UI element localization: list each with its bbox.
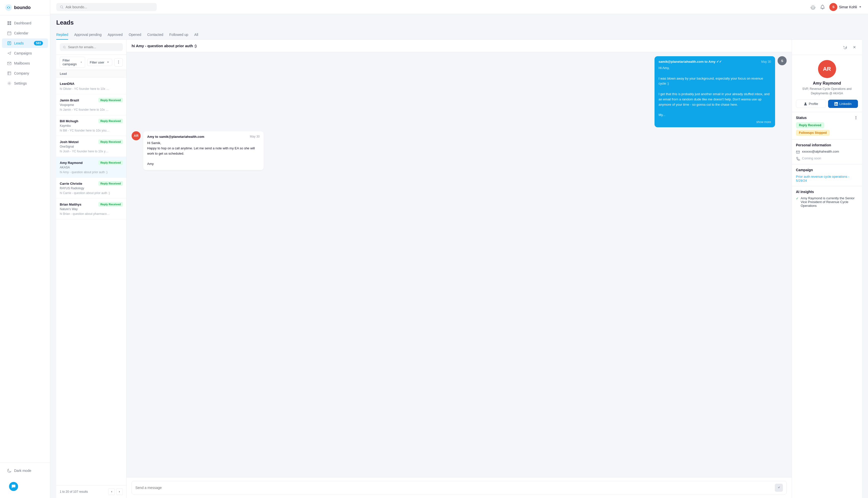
filter-user-select[interactable]: Filter user — [87, 59, 113, 66]
refresh-button[interactable] — [841, 44, 848, 51]
tab-all[interactable]: All — [194, 30, 198, 40]
campaigns-icon — [7, 51, 12, 55]
dark-mode-icon — [7, 468, 12, 473]
tab-followed-up[interactable]: Followed up — [169, 30, 189, 40]
svg-point-30 — [856, 117, 856, 118]
sidebar-item-dashboard[interactable]: Dashboard — [2, 18, 48, 28]
message-body: Hi Samik, Happy to hop on a call anytime… — [147, 141, 260, 167]
status-badges: Reply Received Followups Stopped — [796, 122, 858, 136]
close-profile-button[interactable] — [851, 44, 858, 51]
compose-message-input[interactable] — [135, 486, 772, 490]
list-item[interactable]: Jamin Brazil Reply Received Voxpopme hi … — [56, 94, 126, 115]
more-dots-icon — [117, 60, 120, 64]
global-search-input[interactable] — [66, 5, 153, 9]
ai-insights-title: AI insights — [796, 190, 814, 194]
show-more-button[interactable]: show more — [659, 120, 771, 124]
leads-list: LeanDNA Reply Received hi Olivier - YC f… — [56, 78, 126, 485]
sidebar: boundo Dashboard Calendar Leads 583 Camp… — [0, 0, 50, 498]
more-options-button[interactable] — [114, 58, 123, 66]
filter-campaign-select[interactable]: Filter campaign — [60, 57, 85, 68]
compose-input-wrapper[interactable] — [132, 481, 787, 495]
lead-name: Josh Wetzel — [60, 140, 79, 144]
campaign-link[interactable]: Prior auth revenue cycle operations - 5/… — [796, 175, 849, 183]
prev-page-button[interactable] — [108, 488, 115, 495]
message-bubble: Amy to samik@planetariahealth.com May 30… — [143, 131, 264, 170]
profile-avatar: AR — [818, 60, 836, 78]
status-more-icon[interactable] — [854, 116, 858, 120]
next-page-button[interactable] — [116, 488, 123, 495]
check-icon: ✓ — [796, 197, 799, 200]
message-date: May 30 — [250, 135, 260, 138]
search-bar[interactable] — [56, 3, 157, 11]
profile-name: Amy Raymond — [796, 81, 858, 86]
personal-info: xxxxxx@alphahealth.com Coming soon — [796, 149, 858, 161]
svg-rect-3 — [10, 21, 11, 23]
send-button[interactable] — [775, 484, 783, 492]
status-badge-reply: Reply Received — [796, 122, 824, 128]
chevron-left-icon — [110, 490, 113, 493]
tab-approval-pending[interactable]: Approval pending — [74, 30, 102, 40]
user-menu[interactable]: S Simar Kohli — [829, 3, 862, 11]
sidebar-item-calendar-label: Calendar — [14, 31, 28, 35]
list-item[interactable]: LeanDNA Reply Received hi Olivier - YC f… — [56, 78, 126, 94]
leads-panel: Filter campaign Filter user Le — [56, 40, 127, 498]
sidebar-item-campaigns[interactable]: Campaigns — [2, 49, 48, 58]
ai-insights: ✓ Amy Raymond is currently the Senior Vi… — [796, 196, 858, 208]
profile-button[interactable]: Profile — [796, 100, 826, 108]
svg-point-29 — [856, 116, 856, 117]
status-section: Status Reply Received Followups Stopped — [792, 112, 862, 139]
notifications-bell-icon[interactable] — [820, 4, 825, 10]
personal-info-section: Personal information xxxxxx@alphahealth.… — [792, 139, 862, 164]
leads-icon — [7, 41, 12, 45]
settings-icon — [7, 81, 12, 86]
ai-insights-header: AI insights — [796, 190, 858, 194]
sidebar-item-dark-mode-label: Dark mode — [14, 469, 31, 473]
chevron-right-icon — [118, 490, 121, 493]
sidebar-item-leads[interactable]: Leads 583 — [2, 38, 48, 48]
leads-search-icon — [63, 45, 66, 49]
leads-search-wrapper[interactable] — [60, 43, 123, 51]
svg-point-18 — [60, 5, 63, 8]
svg-point-23 — [118, 61, 119, 61]
phone-row: Coming soon — [796, 156, 858, 161]
list-item[interactable]: Brian Matthys Reply Received Nature's Wa… — [56, 198, 126, 219]
leads-search-input[interactable] — [68, 45, 120, 49]
topbar-actions: S Simar Kohli — [810, 3, 862, 11]
tab-contacted[interactable]: Contacted — [147, 30, 163, 40]
tab-replied[interactable]: Replied — [56, 30, 68, 40]
message-date: May 30 — [761, 60, 771, 64]
sidebar-item-mailboxes[interactable]: Mailboxes — [2, 58, 48, 68]
sidebar-item-dark-mode[interactable]: Dark mode — [2, 466, 48, 475]
logo: boundo — [0, 0, 50, 15]
lead-status-badge: Reply Received — [99, 181, 123, 186]
svg-point-17 — [9, 82, 10, 84]
sidebar-item-company-label: Company — [14, 71, 29, 75]
tab-approved[interactable]: Approved — [107, 30, 122, 40]
lead-name: Brian Matthys — [60, 202, 81, 206]
tab-opened[interactable]: Opened — [129, 30, 141, 40]
list-item[interactable]: Josh Wetzel Reply Received OneSignal hi … — [56, 136, 126, 157]
sidebar-item-leads-label: Leads — [14, 41, 24, 45]
chat-bubble-button[interactable] — [9, 482, 18, 491]
personal-info-header: Personal information — [796, 143, 858, 147]
svg-point-1 — [8, 7, 9, 8]
list-item[interactable]: Bill Mchugh Reply Received Kaymbu hi Bil… — [56, 115, 126, 136]
close-icon — [852, 45, 856, 49]
status-section-title: Status — [796, 116, 807, 120]
list-item[interactable]: Amy Raymond Reply Received AKASA hi Amy … — [56, 157, 126, 178]
lead-status-badge: Reply Received — [99, 119, 123, 123]
thread-panel: hi Amy - question about prior auth :) S … — [127, 40, 792, 498]
sidebar-item-settings[interactable]: Settings — [2, 79, 48, 88]
ai-insight-item: ✓ Amy Raymond is currently the Senior Vi… — [796, 196, 858, 208]
svg-rect-2 — [8, 21, 9, 23]
sidebar-item-company[interactable]: Company — [2, 68, 48, 78]
sidebar-item-calendar[interactable]: Calendar — [2, 28, 48, 38]
profile-email: xxxxxx@alphahealth.com — [802, 149, 839, 153]
list-item[interactable]: Carrie Christie Reply Received RAYUS Rad… — [56, 178, 126, 198]
notification-megaphone-icon[interactable] — [810, 4, 816, 10]
ai-insight-text: Amy Raymond is currently the Senior Vice… — [801, 196, 858, 208]
topbar: S Simar Kohli — [50, 0, 868, 14]
sidebar-item-campaigns-label: Campaigns — [14, 51, 32, 55]
lead-preview: hi Amy - question about prior auth :) — [60, 170, 110, 174]
linkedin-button[interactable]: Linkedin — [828, 100, 858, 108]
